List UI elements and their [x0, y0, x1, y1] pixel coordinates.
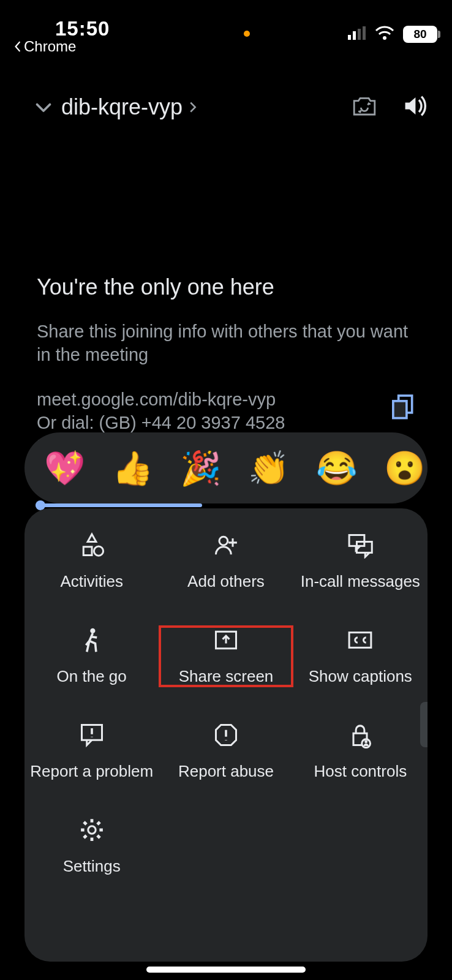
wifi-icon: [375, 26, 394, 43]
side-handle[interactable]: [420, 702, 428, 747]
meeting-id-button[interactable]: dib-kqre-vyp: [61, 94, 197, 120]
info-subtitle: Share this joining info with others that…: [37, 320, 415, 367]
share-screen-button[interactable]: Share screen: [159, 625, 293, 687]
host-controls-label: Host controls: [314, 762, 407, 781]
share-screen-label: Share screen: [179, 667, 274, 686]
on-the-go-button[interactable]: On the go: [24, 625, 159, 687]
battery-indicator: 80: [403, 26, 437, 43]
add-others-button[interactable]: Add others: [159, 530, 293, 592]
back-to-app-label: Chrome: [24, 38, 76, 55]
status-bar: 15:50 Chrome 80: [0, 0, 452, 50]
svg-point-18: [364, 741, 367, 744]
svg-point-19: [88, 826, 95, 834]
incall-messages-button[interactable]: In-call messages: [293, 530, 428, 592]
switch-camera-icon[interactable]: [352, 94, 377, 120]
svg-point-12: [90, 628, 95, 633]
activities-label: Activities: [60, 572, 123, 591]
report-abuse-button[interactable]: Report abuse: [159, 720, 293, 782]
cellular-icon: [348, 26, 366, 42]
reaction-clap[interactable]: 👏: [248, 451, 289, 484]
reaction-joy[interactable]: 😂: [316, 451, 357, 484]
svg-point-9: [219, 537, 228, 545]
reaction-wow[interactable]: 😮: [384, 451, 425, 484]
svg-rect-0: [348, 35, 351, 40]
status-right: 80: [348, 26, 437, 43]
svg-rect-2: [358, 29, 361, 40]
reaction-heart[interactable]: 💖: [44, 451, 85, 484]
home-indicator[interactable]: [146, 967, 306, 973]
reaction-scrollbar[interactable]: [36, 503, 202, 507]
svg-point-8: [94, 546, 103, 556]
reaction-bar[interactable]: 💖 👍 🎉 👏 😂 😮 😢: [24, 432, 428, 503]
back-to-app[interactable]: Chrome: [13, 38, 76, 55]
info-title: You're the only one here: [37, 274, 415, 300]
add-others-label: Add others: [187, 572, 265, 591]
report-abuse-label: Report abuse: [178, 762, 274, 781]
svg-point-4: [383, 36, 386, 40]
show-captions-button[interactable]: Show captions: [293, 625, 428, 687]
svg-rect-6: [393, 401, 407, 418]
status-time: 15:50: [55, 17, 110, 40]
svg-rect-3: [363, 26, 366, 40]
svg-rect-7: [83, 547, 92, 556]
host-controls-button[interactable]: Host controls: [293, 720, 428, 782]
more-options-sheet: Activities Add others In-call messages O…: [24, 508, 428, 962]
settings-label: Settings: [63, 857, 121, 876]
copy-icon[interactable]: [391, 394, 415, 426]
svg-rect-1: [353, 31, 356, 40]
chevron-down-icon[interactable]: [26, 96, 61, 118]
recording-indicator-dot: [244, 31, 250, 37]
dial-in: Or dial: (GB) +44 20 3937 4528: [37, 411, 285, 434]
meeting-link: meet.google.com/dib-kqre-vyp: [37, 388, 285, 411]
reaction-thumbsup[interactable]: 👍: [112, 451, 153, 484]
reaction-party[interactable]: 🎉: [180, 451, 221, 484]
svg-rect-14: [349, 633, 371, 648]
incall-messages-label: In-call messages: [301, 572, 420, 591]
on-the-go-label: On the go: [57, 667, 127, 686]
report-problem-button[interactable]: Report a problem: [24, 720, 159, 782]
show-captions-label: Show captions: [309, 667, 412, 686]
settings-button[interactable]: Settings: [24, 815, 159, 877]
meeting-id-text: dib-kqre-vyp: [61, 94, 183, 120]
meeting-header: dib-kqre-vyp: [0, 93, 452, 121]
report-problem-label: Report a problem: [30, 762, 153, 781]
activities-button[interactable]: Activities: [24, 530, 159, 592]
speaker-icon[interactable]: [402, 93, 428, 121]
